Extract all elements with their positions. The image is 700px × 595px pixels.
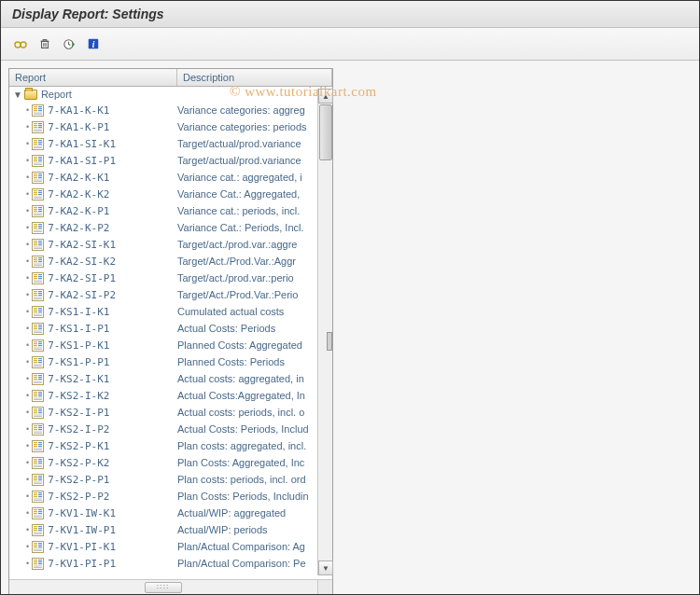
- svg-rect-156: [34, 381, 42, 381]
- execute-button[interactable]: [59, 34, 79, 54]
- svg-rect-33: [34, 157, 37, 158]
- tree-row[interactable]: • 7-KV1-PI-K1Plan/Actual Comparison: Ag: [9, 538, 332, 555]
- tree-row[interactable]: • 7-KS1-P-P1Planned Costs: Periods: [9, 353, 332, 370]
- tree-row[interactable]: • 7-KS2-P-P2Plan Costs: Periods, Includi…: [9, 488, 332, 505]
- svg-rect-49: [34, 181, 42, 182]
- bullet-icon: •: [26, 542, 29, 551]
- svg-rect-7: [34, 108, 37, 109]
- svg-rect-74: [38, 228, 42, 228]
- tree-row[interactable]: • 7-KS2-I-P1Actual costs: periods, incl.…: [9, 404, 332, 421]
- tree-row[interactable]: • 7-KA1-SI-P1Target/actual/prod.variance: [9, 152, 332, 169]
- svg-rect-168: [34, 408, 37, 409]
- row-description-cell: Planned Costs: Periods: [177, 356, 332, 367]
- tree-row[interactable]: • 7-KV1-IW-K1Actual/WIP: aggregated: [9, 505, 332, 521]
- row-description-cell: Target/act./prod.var.:aggre: [177, 239, 332, 250]
- tree-row[interactable]: • 7-KA2-SI-K1Target/act./prod.var.:aggre: [9, 236, 332, 253]
- svg-rect-215: [34, 496, 37, 497]
- tree-row[interactable]: • 7-KS2-I-K1Actual costs: aggregated, in: [9, 370, 332, 387]
- row-description-cell: Variance Cat.: Aggregated,: [177, 188, 332, 200]
- row-report-cell: • 7-KS2-P-P2: [9, 491, 177, 503]
- svg-rect-146: [38, 362, 42, 363]
- tree-row[interactable]: • 7-KA2-SI-P2Target/Act./Prod.Var.:Perio: [9, 286, 332, 303]
- report-icon: [32, 339, 44, 352]
- tree-header: Report Description: [9, 69, 332, 87]
- svg-rect-208: [38, 477, 42, 478]
- svg-rect-118: [38, 310, 42, 311]
- svg-rect-47: [38, 177, 42, 178]
- svg-rect-119: [38, 311, 42, 312]
- scroll-h-handle[interactable]: ∷∷: [145, 582, 182, 593]
- svg-rect-9: [38, 106, 42, 107]
- svg-rect-20: [38, 127, 42, 128]
- tree-row[interactable]: • 7-KA2-K-P2Variance Cat.: Periods, Incl…: [9, 219, 332, 236]
- tree-row[interactable]: • 7-KA1-K-K1Variance categories: aggreg: [9, 102, 332, 118]
- tree-row[interactable]: • 7-KS2-I-K2Actual Costs:Aggregated, In: [9, 387, 332, 404]
- tree-row[interactable]: • 7-KS2-P-K1Plan costs: aggregated, incl…: [9, 437, 332, 454]
- scroll-up-button[interactable]: ▲: [318, 89, 333, 104]
- row-report-cell: • 7-KS1-I-P1: [9, 323, 177, 335]
- svg-rect-155: [38, 379, 42, 380]
- folder-icon: [24, 90, 37, 100]
- svg-rect-51: [34, 190, 37, 191]
- row-description-cell: Variance cat.: aggregated, i: [177, 172, 332, 183]
- svg-rect-34: [34, 159, 37, 159]
- row-description-cell: Plan/Actual Comparison: Pe: [177, 558, 332, 569]
- info-button[interactable]: i: [83, 34, 104, 54]
- delete-button[interactable]: [35, 34, 55, 54]
- tree-row[interactable]: • 7-KS1-P-K1Planned Costs: Aggregated: [9, 337, 332, 353]
- report-code: 7-KV1-PI-P1: [48, 558, 116, 570]
- horizontal-scrollbar[interactable]: ∷∷: [9, 579, 317, 594]
- row-description-cell: Plan Costs: Aggregated, Inc: [177, 457, 332, 468]
- tree-row[interactable]: • 7-KA2-K-K2Variance Cat.: Aggregated,: [9, 186, 332, 202]
- svg-rect-29: [38, 144, 42, 145]
- svg-rect-151: [34, 377, 37, 378]
- tree-row[interactable]: • 7-KS1-I-K1Cumulated actual costs: [9, 303, 332, 320]
- svg-rect-112: [34, 298, 42, 299]
- report-icon: [32, 188, 44, 201]
- tree-row[interactable]: • 7-KA1-K-P1Variance categories: periods: [9, 118, 332, 135]
- tree-root-node[interactable]: ▼ Report: [9, 87, 332, 102]
- report-icon: [32, 256, 44, 268]
- column-header-report[interactable]: Report: [9, 69, 177, 86]
- title-bar: Display Report: Settings: [1, 1, 699, 28]
- svg-rect-245: [38, 547, 42, 547]
- svg-rect-82: [38, 242, 42, 243]
- bullet-icon: •: [26, 508, 29, 518]
- svg-rect-43: [34, 175, 37, 176]
- tree-row[interactable]: • 7-KS1-I-P1Actual Costs: Periods: [9, 320, 332, 337]
- svg-rect-250: [34, 561, 37, 562]
- tree-row[interactable]: • 7-KV1-PI-P1Plan/Actual Comparison: Pe: [9, 555, 332, 572]
- row-description-cell: Variance categories: periods: [177, 121, 332, 132]
- tree-row[interactable]: • 7-KS2-P-P1Plan costs: periods, incl. o…: [9, 471, 332, 488]
- row-report-cell: • 7-KA2-SI-K1: [9, 239, 177, 251]
- tree-row[interactable]: • 7-KA2-SI-K2Target/Act./Prod.Var.:Aggr: [9, 253, 332, 270]
- svg-rect-138: [34, 347, 42, 348]
- bullet-icon: •: [26, 173, 29, 182]
- tree-row[interactable]: • 7-KA1-SI-K1Target/actual/prod.variance: [9, 135, 332, 152]
- collapse-icon[interactable]: ▼: [13, 90, 22, 100]
- scroll-thumb[interactable]: [319, 104, 332, 160]
- svg-rect-92: [38, 261, 42, 262]
- tree-row[interactable]: • 7-KS2-I-P2Actual Costs: Periods, Inclu…: [9, 421, 332, 437]
- row-description-cell: Planned Costs: Aggregated: [177, 339, 332, 351]
- glasses-button[interactable]: [10, 34, 31, 54]
- column-header-description[interactable]: Description: [177, 69, 332, 86]
- vertical-scrollbar[interactable]: ▲ ▼: [317, 89, 332, 575]
- tree-row[interactable]: • 7-KV1-IW-P1Actual/WIP: periods: [9, 521, 332, 538]
- info-icon: i: [87, 37, 100, 50]
- svg-rect-214: [34, 494, 37, 495]
- row-report-cell: • 7-KA1-SI-P1: [9, 155, 177, 167]
- svg-rect-61: [34, 209, 37, 210]
- tree-row[interactable]: • 7-KS2-P-K2Plan Costs: Aggregated, Inc: [9, 454, 332, 471]
- svg-rect-30: [34, 145, 42, 146]
- tree-row[interactable]: • 7-KA2-K-P1Variance cat.: periods, incl…: [9, 202, 332, 219]
- report-code: 7-KS2-P-K1: [48, 440, 109, 452]
- bullet-icon: •: [26, 525, 29, 534]
- scroll-corner: [317, 579, 332, 594]
- svg-rect-163: [38, 394, 42, 394]
- svg-rect-238: [34, 533, 42, 534]
- report-icon: [32, 222, 44, 234]
- tree-row[interactable]: • 7-KA2-K-K1Variance cat.: aggregated, i: [9, 169, 332, 186]
- tree-row[interactable]: • 7-KA2-SI-P1Target/act./prod.var.:perio: [9, 270, 332, 286]
- scroll-down-button[interactable]: ▼: [318, 560, 333, 575]
